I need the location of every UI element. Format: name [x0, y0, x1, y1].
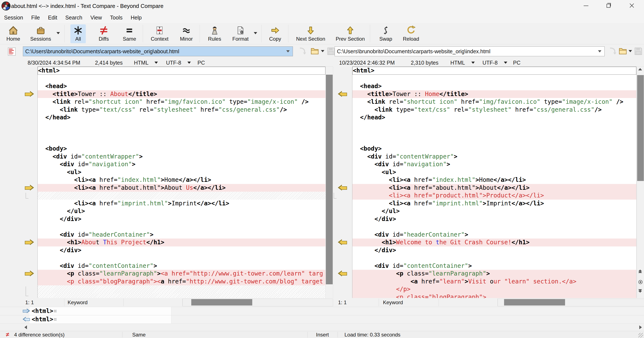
copy-section-arrow[interactable]: [338, 239, 348, 245]
left-file-path-input[interactable]: C:\Users\brunobrito\Documents\carparts-w…: [23, 46, 293, 56]
toolbar-button-home[interactable]: Home: [4, 24, 23, 43]
right-browse-folder-button[interactable]: [618, 46, 628, 56]
context-icon: [154, 25, 165, 36]
right-sync-arrow-icon: [608, 46, 618, 56]
section-boundary-mark: [334, 193, 336, 198]
scroll-left-icon[interactable]: [24, 326, 27, 329]
toolbar-button-label: Context: [151, 36, 168, 42]
menu-item-help[interactable]: Help: [127, 12, 146, 23]
scroll-right-icon[interactable]: [639, 326, 642, 329]
menu-item-session[interactable]: Session: [0, 12, 27, 23]
next-diff-icon[interactable]: [638, 289, 642, 293]
right-encoding-select[interactable]: UTF-8: [482, 59, 498, 66]
code-line: <a href="learn">Visit our "learn" sectio…: [352, 278, 636, 286]
code-line: [38, 223, 326, 231]
center-diff-icon[interactable]: [638, 280, 642, 284]
toolbar-button-same[interactable]: Same: [120, 24, 139, 43]
left-syntax-element: Keyword: [68, 298, 88, 307]
menu-item-view[interactable]: View: [86, 12, 106, 23]
dropdown-chevron-icon[interactable]: [56, 32, 60, 34]
toolbar-button-reload[interactable]: Reload: [400, 24, 422, 43]
code-line: </div>: [38, 215, 326, 223]
code-line: <div id="contentWrapper">: [352, 153, 636, 161]
toolbar-button-rules[interactable]: Rules: [206, 24, 224, 43]
toolbar-button-label: Rules: [208, 36, 221, 42]
minimize-button[interactable]: [578, 0, 593, 10]
left-horizontal-scrollbar[interactable]: [182, 299, 333, 306]
menu-item-edit[interactable]: Edit: [44, 12, 61, 23]
scrollbar-thumb[interactable]: [504, 299, 565, 306]
line-ending-marker: ¤: [53, 316, 57, 323]
code-line: [352, 254, 636, 262]
restore-button[interactable]: [601, 0, 616, 10]
menu-bar: SessionFileEditSearchViewToolsHelp: [0, 12, 644, 23]
sessions-icon: [36, 25, 46, 36]
prev-diff-icon[interactable]: [638, 270, 642, 273]
approx-icon: [181, 25, 192, 36]
left-code-editor[interactable]: <html> <head> <title>Tower :: About</tit…: [38, 66, 326, 298]
code-line: <p class="learnParagraph">: [352, 270, 636, 278]
toolbar-button-prev-section[interactable]: Prev Section: [333, 24, 367, 43]
copy-section-arrow[interactable]: [338, 184, 348, 190]
dropdown-chevron-icon[interactable]: [254, 32, 257, 34]
code-line: <title>Tower :: Home</title>: [352, 90, 636, 98]
left-format-select[interactable]: HTML: [134, 59, 148, 66]
chevron-down-icon[interactable]: [471, 62, 475, 64]
code-line: <li><a href="about.html">About</a></li>: [352, 184, 636, 192]
copy-section-arrow[interactable]: [24, 239, 34, 245]
toolbar-button-minor[interactable]: Minor: [177, 24, 195, 43]
toolbar-button-diffs[interactable]: Diffs: [96, 24, 112, 43]
copy-section-arrow[interactable]: [338, 270, 348, 276]
section-boundary-mark: [26, 193, 28, 198]
toolbar-button-next-section[interactable]: Next Section: [294, 24, 328, 43]
toolbar-button-swap[interactable]: Swap: [377, 24, 395, 43]
toolbar-button-context[interactable]: Context: [148, 24, 171, 43]
left-vertical-scrollbar[interactable]: [326, 66, 333, 298]
chevron-down-icon[interactable]: [504, 62, 507, 64]
scrollbar-thumb[interactable]: [637, 75, 644, 181]
scrollbar-thumb[interactable]: [191, 299, 252, 306]
toolbar-button-copy[interactable]: Copy: [266, 24, 284, 43]
chevron-down-icon[interactable]: [154, 62, 158, 64]
left-encoding-select[interactable]: UTF-8: [166, 59, 181, 66]
code-line: <head>: [38, 82, 326, 90]
toolbar-button-label: Format: [232, 36, 248, 42]
right-format-select[interactable]: HTML: [450, 59, 465, 66]
scrollbar-thumb[interactable]: [326, 75, 333, 284]
copy-section-arrow[interactable]: [24, 91, 34, 97]
right-horizontal-scrollbar[interactable]: [498, 299, 644, 306]
right-file-path-input[interactable]: C:\Users\brunobrito\Documents\carparts-w…: [334, 46, 605, 56]
left-browse-folder-button[interactable]: [310, 46, 320, 56]
code-line: <link rel="shortcut icon" href="img/favi…: [352, 98, 636, 106]
code-line: </ul>: [352, 207, 636, 215]
close-button[interactable]: [624, 0, 639, 10]
menu-item-file[interactable]: File: [27, 12, 44, 23]
right-folder-dropdown-icon[interactable]: [628, 50, 632, 52]
copy-section-arrow[interactable]: [24, 184, 34, 190]
toolbar-button-sessions[interactable]: Sessions: [28, 24, 54, 43]
left-folder-dropdown-icon[interactable]: [321, 50, 324, 52]
right-code-editor[interactable]: <html> <head> <title>Tower :: Home</titl…: [352, 66, 636, 298]
toolbar-separator: [262, 25, 262, 42]
copy-section-arrow[interactable]: [338, 91, 348, 97]
code-line: <p class="blogParagraph"><a href="http:/…: [38, 278, 326, 286]
detail-horizontal-scrollbar[interactable]: [0, 324, 644, 331]
load-time: Load time: 0.33 seconds: [344, 331, 400, 338]
scroll-up-icon[interactable]: [638, 68, 642, 70]
title-bar: about.html <--> index.html - Text Compar…: [0, 0, 644, 12]
menu-item-tools[interactable]: Tools: [106, 12, 126, 23]
chevron-down-icon[interactable]: [286, 50, 290, 52]
code-line: [352, 122, 636, 130]
menu-item-search[interactable]: Search: [61, 12, 86, 23]
code-line: <body>: [38, 145, 326, 153]
chevron-down-icon[interactable]: [598, 50, 602, 52]
resize-grip[interactable]: [638, 333, 643, 338]
toolbar-button-format[interactable]: Format: [230, 24, 251, 43]
copy-section-arrow[interactable]: [24, 270, 34, 276]
toolbar-button-all[interactable]: All: [70, 24, 86, 43]
diff-detail-row: <html>¤: [0, 307, 644, 315]
toolbar-button-label: All: [73, 36, 83, 42]
code-line: <div id="contentContainer">: [352, 262, 636, 270]
right-vertical-scrollbar[interactable]: [637, 66, 644, 298]
chevron-down-icon[interactable]: [188, 62, 191, 64]
